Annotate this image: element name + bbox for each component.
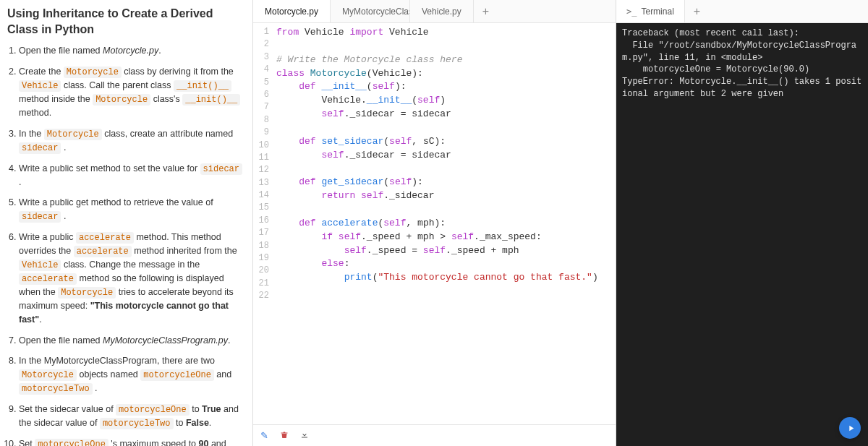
instruction-step: Open the file named Motorcycle.py. [19, 44, 244, 58]
code-editor[interactable]: 12345678910111213141516171819202122 from… [253, 23, 616, 424]
add-terminal-button[interactable]: + [685, 5, 709, 18]
terminal-panel: >_ Terminal + Traceback (most recent cal… [616, 0, 868, 446]
terminal-tab-label: Terminal [641, 7, 673, 17]
terminal-tabs: >_ Terminal + [616, 0, 868, 23]
instruction-step: Create the Motorcycle class by deriving … [19, 65, 244, 120]
instructions-steps: Open the file named Motorcycle.py.Create… [7, 44, 244, 446]
instruction-step: Set motorcycleOne 's maximum speed to 90… [19, 437, 244, 446]
instructions-panel: Using Inheritance to Create a Derived Cl… [0, 0, 253, 446]
instruction-step: Open the file named MyMotorcycleClassPro… [19, 334, 244, 348]
instructions-title: Using Inheritance to Create a Derived Cl… [7, 6, 244, 37]
edit-icon[interactable]: ✎ [260, 430, 268, 441]
editor-tab[interactable]: Motorcycle.py [253, 0, 331, 22]
line-gutter: 12345678910111213141516171819202122 [253, 23, 273, 424]
instruction-step: In the MyMotorcycleClassProgram, there a… [19, 354, 244, 395]
terminal-output[interactable]: Traceback (most recent call last): File … [616, 23, 868, 446]
editor-panel: Motorcycle.pyMyMotorcycleClassPr...Vehic… [253, 0, 616, 446]
terminal-tab[interactable]: >_ Terminal [616, 0, 685, 22]
instruction-step: Write a public set method to set the val… [19, 162, 244, 189]
run-button[interactable] [839, 417, 861, 439]
play-icon [846, 424, 856, 433]
instruction-step: Write a public get method to retrieve th… [19, 196, 244, 223]
instruction-step: In the Motorcycle class, create an attri… [19, 127, 244, 155]
code-body[interactable]: from Vehicle import Vehicle # Write the … [273, 23, 616, 424]
editor-tab[interactable]: MyMotorcycleClassPr... [331, 0, 410, 22]
editor-tabs: Motorcycle.pyMyMotorcycleClassPr...Vehic… [253, 0, 616, 23]
editor-tab[interactable]: Vehicle.py [410, 0, 474, 22]
delete-icon[interactable] [280, 430, 289, 442]
editor-toolbar: ✎ [253, 424, 616, 446]
add-tab-button[interactable]: + [474, 5, 498, 18]
instruction-step: Write a public accelerate method. This m… [19, 231, 244, 327]
download-icon[interactable] [300, 430, 309, 442]
terminal-prompt-icon: >_ [626, 7, 637, 17]
instruction-step: Set the sidecar value of motorcycleOne t… [19, 403, 244, 430]
